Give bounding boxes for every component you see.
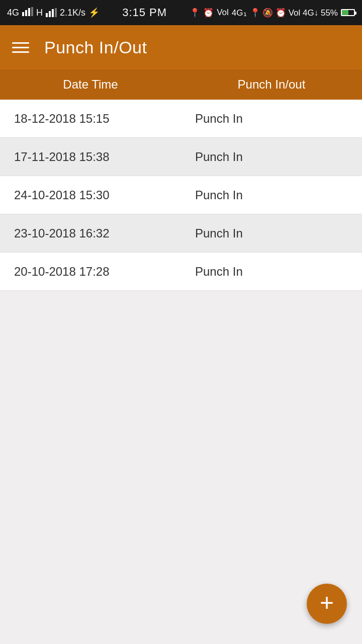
location-icon: 📍 [190,8,200,18]
status-left: 4G H 2.1K/s ⚡ [7,7,100,19]
h-signal: H [36,8,43,18]
speed-info: 2.1K/s [60,8,85,18]
cell-punchtype: Punch In [181,112,362,126]
battery-icon [341,9,355,16]
plus-icon: + [320,591,334,615]
battery-percent: 📍 🔕 ⏰ Vol 4G↓ 55% [250,8,338,18]
cell-datetime: 17-11-2018 15:38 [0,150,181,164]
cell-punchtype: Punch In [181,188,362,202]
cell-punchtype: Punch In [181,150,362,164]
page-title: Punch In/Out [44,38,147,57]
alarm-icon: ⏰ [203,8,214,18]
cell-datetime: 23-10-2018 16:32 [0,226,181,240]
svg-rect-2 [28,8,30,16]
table-row[interactable]: 18-12-2018 15:15Punch In [0,100,362,138]
table-row[interactable]: 23-10-2018 16:32Punch In [0,214,362,253]
add-punch-button[interactable]: + [307,584,347,624]
svg-rect-4 [46,13,48,17]
cell-punchtype: Punch In [181,226,362,240]
app-header: Punch In/Out [0,25,362,69]
network-info: 4G [7,8,19,18]
cell-datetime: 24-10-2018 15:30 [0,188,181,202]
col-header-punchtype: Punch In/out [181,77,362,92]
table-row[interactable]: 20-10-2018 17:28Punch In [0,253,362,291]
cell-punchtype: Punch In [181,265,362,279]
svg-rect-7 [55,8,57,17]
punch-records-table: 18-12-2018 15:15Punch In17-11-2018 15:38… [0,100,362,291]
svg-rect-3 [31,7,33,16]
vol-icon: Vol [217,8,229,18]
table-row[interactable]: 17-11-2018 15:38Punch In [0,138,362,176]
svg-rect-5 [49,11,51,17]
col-header-datetime: Date Time [0,77,181,92]
svg-rect-0 [22,12,24,16]
status-right: 📍 ⏰ Vol 4G₁ 📍 🔕 ⏰ Vol 4G↓ 55% [190,8,355,18]
signal-bars [22,7,33,19]
table-header: Date Time Punch In/out [0,69,362,100]
hamburger-menu-button[interactable] [12,42,29,53]
cell-datetime: 18-12-2018 15:15 [0,112,181,126]
status-bar: 4G H 2.1K/s ⚡ 3:15 PM 📍 ⏰ Vol 4G₁ 📍 🔕 ⏰ … [0,0,362,25]
table-row[interactable]: 24-10-2018 15:30Punch In [0,176,362,214]
status-time: 3:15 PM [122,6,167,19]
svg-rect-6 [52,9,54,17]
usb-icon: ⚡ [88,7,100,18]
svg-rect-1 [25,10,27,16]
cell-datetime: 20-10-2018 17:28 [0,265,181,279]
lte-icon: 4G₁ [232,8,247,18]
